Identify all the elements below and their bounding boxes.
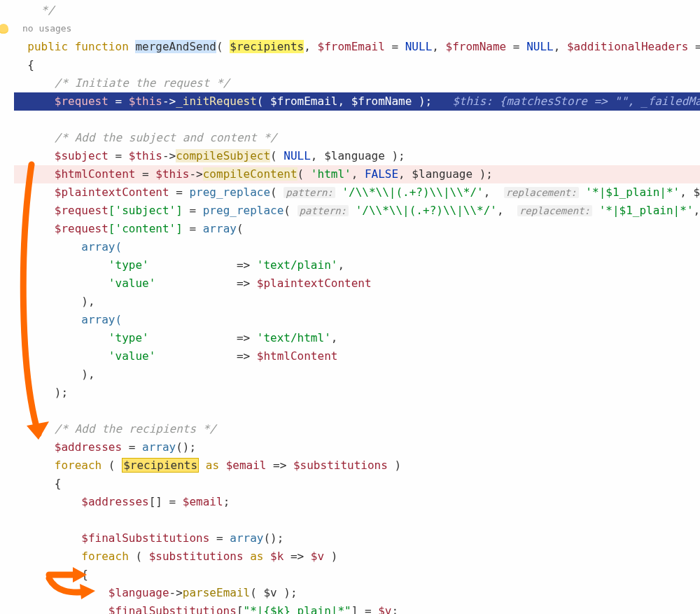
comma: , bbox=[304, 40, 317, 53]
param: $additionalHeaders bbox=[567, 40, 688, 53]
code-line: /* Add the recipients */ bbox=[14, 420, 700, 438]
code-line: /* Add the subject and content */ bbox=[14, 129, 700, 147]
code-line: $subject = $this->compileSubject( NULL, … bbox=[14, 147, 700, 165]
method-call: compileSubject bbox=[176, 149, 270, 162]
code-line: $finalSubstitutions["*|{$k}_plain|*"] = … bbox=[14, 602, 700, 614]
code-line: $addresses = array(); bbox=[14, 438, 700, 456]
code-line: $request['subject'] = preg_replace( patt… bbox=[14, 202, 700, 220]
code-line: ), bbox=[14, 293, 700, 311]
code-line: 'value' => $plaintextContent bbox=[14, 274, 700, 293]
code-line: 'type' => 'text/html', bbox=[14, 329, 700, 347]
code-line: { bbox=[14, 56, 700, 74]
keyword-foreach: foreach bbox=[55, 459, 102, 472]
param-hint: replacement: bbox=[504, 187, 579, 198]
var-recipients[interactable]: $recipients bbox=[122, 458, 199, 473]
error-line: $htmlContent = $this->compileContent( 'h… bbox=[14, 165, 700, 183]
method-call: parseEmail bbox=[183, 586, 250, 599]
keyword-foreach: foreach bbox=[81, 550, 128, 563]
param-hint: pattern: bbox=[298, 205, 349, 216]
code-editor[interactable]: */ no usages public function mergeAndSen… bbox=[0, 0, 700, 614]
method-call: _initRequest bbox=[176, 95, 257, 108]
code-line: $language->parseEmail( $v ); bbox=[14, 584, 700, 602]
comment: /* Add the subject and content */ bbox=[55, 131, 277, 144]
code-line: array( bbox=[14, 238, 700, 256]
param-hint: replacement: bbox=[517, 205, 592, 216]
param-recipients[interactable]: $recipients bbox=[230, 40, 304, 53]
intention-bulb-icon[interactable] bbox=[0, 24, 8, 34]
code-line: ), bbox=[14, 365, 700, 384]
comment: /* Add the recipients */ bbox=[55, 422, 216, 435]
code-line: array( bbox=[14, 311, 700, 329]
code-line: */ bbox=[14, 1, 700, 20]
blank-line bbox=[14, 511, 700, 529]
inline-hint: $this: {matchesStore => "", _failedMail … bbox=[452, 95, 700, 108]
code-line: public function mergeAndSend( $recipient… bbox=[14, 38, 700, 56]
blank-line bbox=[14, 111, 700, 129]
highlighted-line[interactable]: $request = $this->_initRequest( $fromEma… bbox=[14, 92, 700, 111]
code-line: 'value' => $htmlContent bbox=[14, 347, 700, 365]
code-line: $finalSubstitutions = array(); bbox=[14, 529, 700, 547]
code-line: { bbox=[14, 475, 700, 493]
method-call: compileContent bbox=[203, 167, 298, 181]
comment: */ bbox=[41, 4, 55, 17]
code-line: $plaintextContent = preg_replace( patter… bbox=[14, 183, 700, 202]
paren: ( bbox=[216, 40, 230, 53]
code-line: $request['content'] = array( bbox=[14, 220, 700, 238]
function-call: preg_replace bbox=[189, 186, 270, 199]
code-line: foreach ( $recipients as $email => $subs… bbox=[14, 456, 700, 475]
comment: /* Initiate the request */ bbox=[55, 76, 230, 90]
param: $fromEmail bbox=[318, 40, 385, 53]
code-line: { bbox=[14, 566, 700, 584]
code-line: /* Initiate the request */ bbox=[14, 74, 700, 92]
function-call: preg_replace bbox=[203, 204, 284, 217]
code-line: foreach ( $substitutions as $k => $v ) bbox=[14, 547, 700, 566]
code-line: ); bbox=[14, 384, 700, 402]
method-name[interactable]: mergeAndSend bbox=[135, 40, 216, 53]
code-line: 'type' => 'text/plain', bbox=[14, 256, 700, 274]
keyword-function: function bbox=[75, 40, 129, 53]
keyword-public: public bbox=[27, 40, 68, 53]
code-line: $addresses[] = $email; bbox=[14, 493, 700, 511]
blank-line bbox=[14, 402, 700, 420]
param-hint: pattern: bbox=[284, 187, 335, 198]
usages-hint[interactable]: no usages bbox=[22, 20, 700, 38]
param: $fromName bbox=[446, 40, 507, 53]
